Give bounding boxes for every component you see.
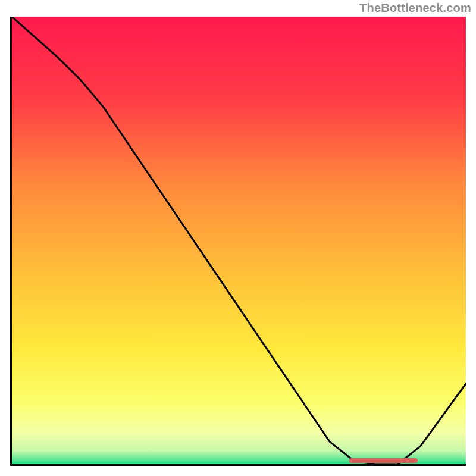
chart-curve <box>12 17 466 464</box>
attribution-label: TheBottleneck.com <box>359 1 471 15</box>
chart-plot-area <box>10 17 466 466</box>
bottleneck-marker <box>349 458 418 463</box>
